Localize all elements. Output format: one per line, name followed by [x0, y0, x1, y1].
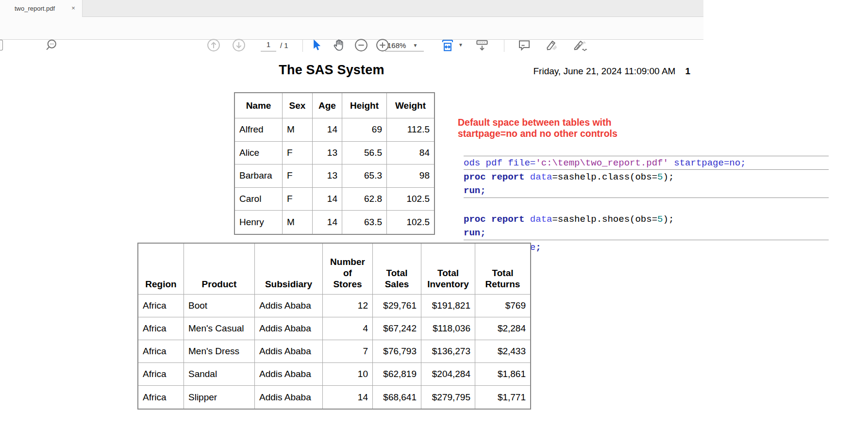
tab-close-icon[interactable]: × [69, 4, 77, 12]
document-tab[interactable]: two_report.pdf × [0, 0, 83, 17]
comment-icon[interactable] [517, 37, 532, 53]
table-cell: F [283, 142, 313, 165]
table-header-cell: Total Inventory [421, 244, 475, 295]
report-datetime: Friday, June 21, 2024 11:09:00 AM1 [465, 66, 690, 77]
table-header-cell: Height [342, 93, 387, 118]
table-cell: $2,433 [475, 340, 530, 363]
table-cell: Africa [138, 363, 184, 386]
table-cell: F [283, 164, 313, 188]
table-cell: 14 [323, 386, 373, 409]
table-cell: 69 [342, 118, 387, 142]
code-line [464, 198, 829, 212]
page-scroll-icon[interactable] [474, 37, 490, 53]
table-cell: $118,036 [421, 317, 475, 340]
table-cell: $68,641 [373, 386, 421, 409]
table-header-cell: Region [138, 244, 184, 295]
fit-width-icon[interactable] [440, 37, 455, 53]
table-header-cell: Subsidiary [255, 244, 323, 295]
table-cell: Alice [235, 142, 283, 165]
table-cell: $29,761 [373, 295, 421, 317]
table-cell: $2,284 [475, 317, 530, 340]
table-cell: Boot [184, 295, 255, 317]
find-icon[interactable] [45, 37, 60, 53]
zoom-out-icon[interactable] [353, 37, 369, 53]
table-cell: 7 [323, 340, 373, 363]
table-cell: Africa [138, 317, 184, 340]
toolbar: 1 / 1 168% ▼ ▼ [0, 17, 703, 40]
table-cell: 62.8 [342, 188, 387, 211]
table-cell: Men's Dress [184, 340, 255, 363]
table-cell: Carol [235, 188, 283, 211]
table-cell: M [283, 118, 313, 142]
table-header-cell: Weight [387, 93, 434, 118]
table-cell: 84 [387, 142, 434, 165]
table-cell: Barbara [235, 164, 283, 188]
annotation-note-line2: startpage=no and no other controls [458, 128, 618, 139]
table-cell: Addis Ababa [255, 363, 323, 386]
table-cell: $67,242 [373, 317, 421, 340]
code-line: proc report data=sashelp.shoes(obs=5); [464, 212, 829, 226]
table-cell: Africa [138, 295, 184, 317]
table-cell: 13 [313, 164, 342, 188]
app-window: { "window": { "tab_title": "two_report.p… [0, 0, 868, 444]
table-header-cell: Age [313, 93, 342, 118]
annotation-note: Default space between tables with startp… [458, 117, 618, 139]
table-cell: Addis Ababa [255, 386, 323, 409]
table-cell: Addis Ababa [255, 340, 323, 363]
page-up-icon[interactable] [206, 37, 221, 53]
table-cell: Addis Ababa [255, 295, 323, 317]
report-title: The SAS System [210, 63, 453, 78]
table-cell: Henry [235, 211, 283, 234]
table-cell: Africa [138, 340, 184, 363]
table-cell: $191,821 [421, 295, 475, 317]
table-header-cell: Total Sales [373, 244, 421, 295]
table-cell: 65.3 [342, 164, 387, 188]
table-cell: 14 [313, 188, 342, 211]
table-cell: M [283, 211, 313, 234]
table-cell: 56.5 [342, 142, 387, 165]
toolbar-separator [504, 39, 504, 52]
fit-width-chevron-icon[interactable]: ▼ [458, 42, 463, 48]
table-header-cell: Number of Stores [323, 244, 373, 295]
panel-edge-icon[interactable] [0, 40, 3, 50]
table-cell: 12 [323, 295, 373, 317]
table-cell: 14 [313, 118, 342, 142]
table-cell: F [283, 188, 313, 211]
table-cell: 98 [387, 164, 434, 188]
table-cell: Alfred [235, 118, 283, 142]
toolbar-separator [302, 39, 303, 52]
table-cell: $136,273 [421, 340, 475, 363]
table-cell: $204,284 [421, 363, 475, 386]
hand-tool-icon[interactable] [331, 37, 347, 53]
table-cell: Slipper [184, 386, 255, 409]
table-cell: 112.5 [387, 118, 434, 142]
table-header-cell: Total Returns [475, 244, 530, 295]
zoom-level-value: 168% [387, 41, 406, 49]
select-tool-icon[interactable] [309, 37, 324, 53]
fill-sign-icon[interactable] [573, 37, 588, 53]
table-cell: 13 [313, 142, 342, 165]
tab-title: two_report.pdf [15, 5, 55, 12]
class-table: NameSexAgeHeightWeightAlfredM1469112.5Al… [234, 92, 435, 235]
code-line: run; [464, 184, 829, 198]
table-cell: $62,819 [373, 363, 421, 386]
annotation-note-line1: Default space between tables with [458, 117, 618, 128]
chevron-down-icon: ▼ [413, 43, 417, 48]
table-cell: $1,771 [475, 386, 530, 409]
pdf-page-number: 1 [685, 66, 690, 76]
table-cell: $76,793 [373, 340, 421, 363]
table-cell: Men's Casual [184, 317, 255, 340]
date-text: Friday, June 21, 2024 11:09:00 AM [533, 66, 675, 76]
page-down-icon[interactable] [231, 37, 247, 53]
table-header-cell: Product [184, 244, 255, 295]
sas-code-block: ods pdf file='c:\temp\two_report.pdf' st… [464, 156, 829, 254]
code-line: ods pdf file='c:\temp\two_report.pdf' st… [464, 156, 829, 170]
table-cell: 10 [323, 363, 373, 386]
table-cell: $1,861 [475, 363, 530, 386]
highlighter-icon[interactable] [544, 37, 559, 53]
table-cell: Africa [138, 386, 184, 409]
zoom-level-dropdown[interactable]: 168% ▼ [385, 39, 424, 51]
table-cell: Addis Ababa [255, 317, 323, 340]
page-number-input[interactable]: 1 [261, 40, 276, 51]
table-cell: 102.5 [387, 211, 434, 234]
